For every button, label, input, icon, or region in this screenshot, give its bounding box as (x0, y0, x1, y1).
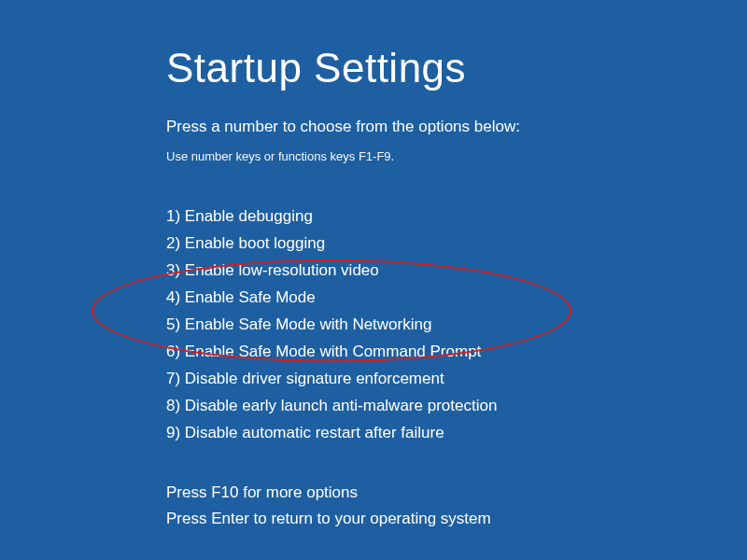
page-title: Startup Settings (166, 45, 747, 91)
instruction-text: Press a number to choose from the option… (166, 118, 747, 136)
option-enable-safe-mode[interactable]: 4) Enable Safe Mode (166, 284, 747, 311)
option-enable-debugging[interactable]: 1) Enable debugging (166, 203, 747, 230)
option-enable-safe-mode-command-prompt[interactable]: 6) Enable Safe Mode with Command Prompt (166, 338, 747, 365)
more-options-hint: Press F10 for more options (166, 480, 747, 506)
startup-settings-screen: Startup Settings Press a number to choos… (0, 0, 747, 532)
options-list: 1) Enable debugging 2) Enable boot loggi… (166, 203, 747, 446)
hint-text: Use number keys or functions keys F1-F9. (166, 149, 747, 163)
return-hint: Press Enter to return to your operating … (166, 506, 747, 532)
option-disable-automatic-restart[interactable]: 9) Disable automatic restart after failu… (166, 419, 747, 446)
option-disable-driver-signature[interactable]: 7) Disable driver signature enforcement (166, 365, 747, 392)
option-enable-low-resolution-video[interactable]: 3) Enable low-resolution video (166, 257, 747, 284)
footer-block: Press F10 for more options Press Enter t… (166, 480, 747, 532)
option-disable-anti-malware[interactable]: 8) Disable early launch anti-malware pro… (166, 392, 747, 419)
option-enable-safe-mode-networking[interactable]: 5) Enable Safe Mode with Networking (166, 311, 747, 338)
option-enable-boot-logging[interactable]: 2) Enable boot logging (166, 230, 747, 257)
